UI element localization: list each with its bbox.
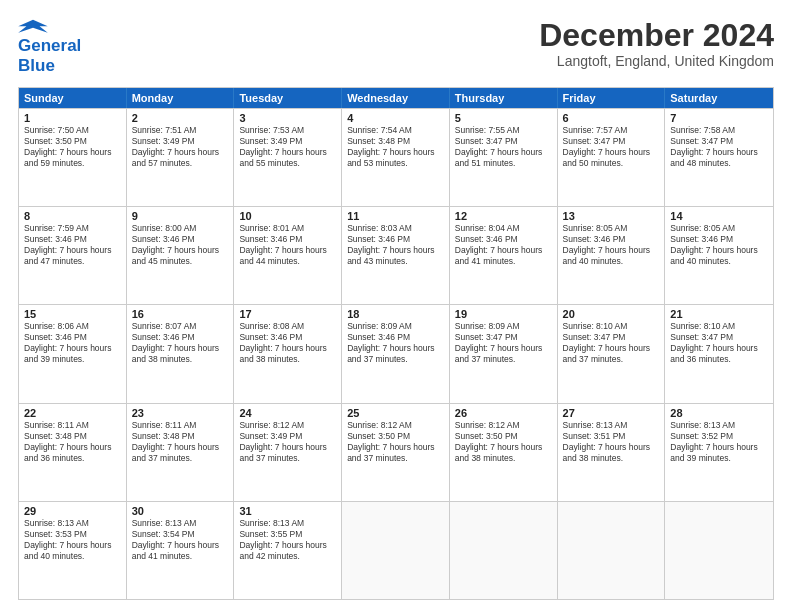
daylight-minutes: and 38 minutes. [455, 453, 552, 464]
day-number: 6 [563, 112, 660, 124]
table-row: 21 Sunrise: 8:10 AM Sunset: 3:47 PM Dayl… [665, 305, 773, 402]
daylight-label: Daylight: 7 hours hours [670, 343, 768, 354]
daylight-label: Daylight: 7 hours hours [24, 442, 121, 453]
daylight-label: Daylight: 7 hours hours [455, 442, 552, 453]
sunset-text: Sunset: 3:46 PM [132, 332, 229, 343]
sunrise-text: Sunrise: 8:10 AM [563, 321, 660, 332]
table-row: 25 Sunrise: 8:12 AM Sunset: 3:50 PM Dayl… [342, 404, 450, 501]
sunset-text: Sunset: 3:50 PM [347, 431, 444, 442]
daylight-minutes: and 39 minutes. [24, 354, 121, 365]
table-row: 24 Sunrise: 8:12 AM Sunset: 3:49 PM Dayl… [234, 404, 342, 501]
day-number: 20 [563, 308, 660, 320]
sunrise-text: Sunrise: 7:59 AM [24, 223, 121, 234]
daylight-label: Daylight: 7 hours hours [670, 442, 768, 453]
sunset-text: Sunset: 3:54 PM [132, 529, 229, 540]
table-row: 18 Sunrise: 8:09 AM Sunset: 3:46 PM Dayl… [342, 305, 450, 402]
day-number: 14 [670, 210, 768, 222]
sunset-text: Sunset: 3:47 PM [670, 136, 768, 147]
day-number: 12 [455, 210, 552, 222]
sunrise-text: Sunrise: 8:05 AM [563, 223, 660, 234]
sunset-text: Sunset: 3:49 PM [132, 136, 229, 147]
sunset-text: Sunset: 3:49 PM [239, 136, 336, 147]
sunrise-text: Sunrise: 8:13 AM [239, 518, 336, 529]
sunset-text: Sunset: 3:46 PM [132, 234, 229, 245]
daylight-label: Daylight: 7 hours hours [347, 343, 444, 354]
month-title: December 2024 [539, 18, 774, 53]
sunrise-text: Sunrise: 8:13 AM [132, 518, 229, 529]
calendar-row-1: 1 Sunrise: 7:50 AM Sunset: 3:50 PM Dayli… [19, 108, 773, 206]
table-row [450, 502, 558, 599]
table-row: 14 Sunrise: 8:05 AM Sunset: 3:46 PM Dayl… [665, 207, 773, 304]
daylight-label: Daylight: 7 hours hours [132, 147, 229, 158]
table-row: 19 Sunrise: 8:09 AM Sunset: 3:47 PM Dayl… [450, 305, 558, 402]
daylight-minutes: and 50 minutes. [563, 158, 660, 169]
day-number: 25 [347, 407, 444, 419]
header-monday: Monday [127, 88, 235, 108]
day-number: 7 [670, 112, 768, 124]
daylight-minutes: and 37 minutes. [132, 453, 229, 464]
day-number: 23 [132, 407, 229, 419]
day-number: 28 [670, 407, 768, 419]
daylight-label: Daylight: 7 hours hours [24, 343, 121, 354]
calendar-row-5: 29 Sunrise: 8:13 AM Sunset: 3:53 PM Dayl… [19, 501, 773, 599]
sunrise-text: Sunrise: 8:06 AM [24, 321, 121, 332]
sunrise-text: Sunrise: 8:08 AM [239, 321, 336, 332]
daylight-label: Daylight: 7 hours hours [239, 147, 336, 158]
daylight-minutes: and 43 minutes. [347, 256, 444, 267]
sunrise-text: Sunrise: 8:01 AM [239, 223, 336, 234]
daylight-label: Daylight: 7 hours hours [455, 343, 552, 354]
table-row: 11 Sunrise: 8:03 AM Sunset: 3:46 PM Dayl… [342, 207, 450, 304]
sunrise-text: Sunrise: 7:55 AM [455, 125, 552, 136]
daylight-label: Daylight: 7 hours hours [563, 147, 660, 158]
day-number: 26 [455, 407, 552, 419]
daylight-label: Daylight: 7 hours hours [670, 245, 768, 256]
header-friday: Friday [558, 88, 666, 108]
sunrise-text: Sunrise: 8:10 AM [670, 321, 768, 332]
day-number: 18 [347, 308, 444, 320]
logo: General Blue [18, 18, 81, 77]
table-row: 1 Sunrise: 7:50 AM Sunset: 3:50 PM Dayli… [19, 109, 127, 206]
daylight-label: Daylight: 7 hours hours [24, 245, 121, 256]
sunset-text: Sunset: 3:47 PM [563, 332, 660, 343]
sunset-text: Sunset: 3:46 PM [563, 234, 660, 245]
day-number: 17 [239, 308, 336, 320]
daylight-minutes: and 59 minutes. [24, 158, 121, 169]
daylight-minutes: and 37 minutes. [455, 354, 552, 365]
daylight-minutes: and 37 minutes. [563, 354, 660, 365]
table-row: 6 Sunrise: 7:57 AM Sunset: 3:47 PM Dayli… [558, 109, 666, 206]
daylight-minutes: and 48 minutes. [670, 158, 768, 169]
day-number: 21 [670, 308, 768, 320]
sunrise-text: Sunrise: 8:09 AM [347, 321, 444, 332]
daylight-minutes: and 41 minutes. [132, 551, 229, 562]
daylight-minutes: and 47 minutes. [24, 256, 121, 267]
calendar-row-4: 22 Sunrise: 8:11 AM Sunset: 3:48 PM Dayl… [19, 403, 773, 501]
logo-general: General [18, 36, 81, 55]
sunset-text: Sunset: 3:48 PM [347, 136, 444, 147]
table-row: 31 Sunrise: 8:13 AM Sunset: 3:55 PM Dayl… [234, 502, 342, 599]
table-row: 10 Sunrise: 8:01 AM Sunset: 3:46 PM Dayl… [234, 207, 342, 304]
sunset-text: Sunset: 3:47 PM [563, 136, 660, 147]
sunset-text: Sunset: 3:46 PM [239, 332, 336, 343]
sunset-text: Sunset: 3:51 PM [563, 431, 660, 442]
sunrise-text: Sunrise: 8:05 AM [670, 223, 768, 234]
daylight-label: Daylight: 7 hours hours [24, 540, 121, 551]
day-number: 9 [132, 210, 229, 222]
page: General Blue December 2024 Langtoft, Eng… [0, 0, 792, 612]
table-row: 3 Sunrise: 7:53 AM Sunset: 3:49 PM Dayli… [234, 109, 342, 206]
header-sunday: Sunday [19, 88, 127, 108]
day-number: 4 [347, 112, 444, 124]
table-row [665, 502, 773, 599]
sunrise-text: Sunrise: 8:09 AM [455, 321, 552, 332]
table-row: 20 Sunrise: 8:10 AM Sunset: 3:47 PM Dayl… [558, 305, 666, 402]
table-row: 12 Sunrise: 8:04 AM Sunset: 3:46 PM Dayl… [450, 207, 558, 304]
daylight-minutes: and 41 minutes. [455, 256, 552, 267]
day-number: 22 [24, 407, 121, 419]
sunrise-text: Sunrise: 8:03 AM [347, 223, 444, 234]
header-wednesday: Wednesday [342, 88, 450, 108]
location-subtitle: Langtoft, England, United Kingdom [539, 53, 774, 69]
table-row: 17 Sunrise: 8:08 AM Sunset: 3:46 PM Dayl… [234, 305, 342, 402]
sunset-text: Sunset: 3:47 PM [455, 136, 552, 147]
daylight-label: Daylight: 7 hours hours [455, 147, 552, 158]
daylight-label: Daylight: 7 hours hours [347, 147, 444, 158]
sunrise-text: Sunrise: 8:11 AM [24, 420, 121, 431]
